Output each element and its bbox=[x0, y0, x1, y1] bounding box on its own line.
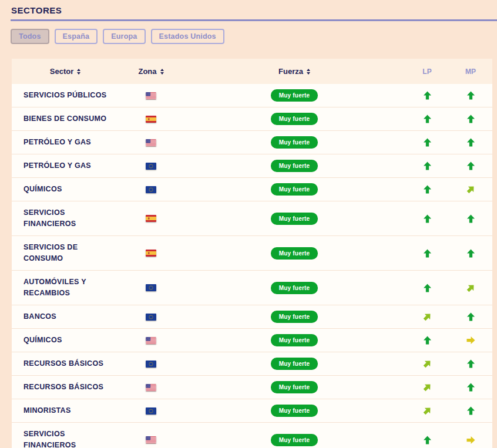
strength-badge: Muy fuerte bbox=[271, 113, 318, 125]
sector-cell: RECURSOS BÁSICOS bbox=[12, 376, 119, 399]
sectors-table: Sector Zona Fuerza LP MP SERVICIOS PÚBLI… bbox=[12, 59, 492, 448]
trend-right-arrow-icon bbox=[466, 336, 475, 345]
sector-name: RECURSOS BÁSICOS bbox=[23, 359, 103, 368]
strength-cell: Muy fuerte bbox=[183, 381, 405, 393]
filter-button-estados-unidos[interactable]: Estados Unidos bbox=[151, 29, 224, 44]
zone-cell bbox=[119, 163, 183, 170]
filter-button-europa[interactable]: Europa bbox=[103, 29, 145, 44]
table-row[interactable]: RECURSOS BÁSICOS Muy fuerte bbox=[12, 376, 492, 399]
lp-cell bbox=[405, 185, 449, 194]
eu-flag-icon bbox=[146, 284, 156, 291]
table-row[interactable]: SERVICIOS FINANCIEROS Muy fuerte bbox=[12, 423, 492, 448]
mp-cell bbox=[449, 161, 492, 170]
zone-cell bbox=[119, 436, 183, 443]
trend-up-arrow-icon bbox=[466, 91, 475, 100]
zone-cell bbox=[119, 361, 183, 368]
eu-flag-icon bbox=[146, 163, 156, 170]
zone-cell bbox=[119, 92, 183, 99]
sector-name: BIENES DE CONSUMO bbox=[23, 114, 106, 123]
column-header-zona[interactable]: Zona bbox=[119, 67, 183, 76]
spain-flag-icon bbox=[146, 250, 156, 257]
strength-cell: Muy fuerte bbox=[183, 405, 405, 417]
title-underline bbox=[11, 19, 497, 21]
sector-cell: QUÍMICOS bbox=[12, 329, 119, 352]
mp-cell bbox=[449, 383, 492, 392]
us-flag-icon bbox=[146, 337, 156, 344]
strength-badge: Muy fuerte bbox=[271, 247, 318, 260]
trend-up-arrow-icon bbox=[423, 161, 432, 170]
strength-cell: Muy fuerte bbox=[183, 311, 405, 323]
lp-cell bbox=[405, 138, 449, 147]
table-row[interactable]: QUÍMICOS Muy fuerte bbox=[12, 329, 492, 352]
trend-up-arrow-icon bbox=[466, 214, 475, 223]
eu-flag-icon bbox=[146, 361, 156, 368]
table-row[interactable]: PETRÓLEO Y GAS Muy fuerte bbox=[12, 154, 492, 178]
trend-up-arrow-icon bbox=[423, 114, 432, 123]
zone-cell bbox=[119, 384, 183, 391]
sector-name: BANCOS bbox=[23, 312, 56, 321]
mp-cell bbox=[449, 336, 492, 345]
trend-up-arrow-icon bbox=[423, 214, 432, 223]
column-header-mp: MP bbox=[449, 68, 492, 76]
table-row[interactable]: RECURSOS BÁSICOS Muy fuerte bbox=[12, 352, 492, 376]
trend-up-arrow-icon bbox=[423, 138, 432, 147]
column-header-sector[interactable]: Sector bbox=[12, 67, 119, 76]
sector-cell: SERVICIOS PÚBLICOS bbox=[12, 84, 119, 107]
strength-badge: Muy fuerte bbox=[271, 282, 318, 294]
strength-cell: Muy fuerte bbox=[183, 247, 405, 260]
strength-badge: Muy fuerte bbox=[271, 434, 318, 446]
table-row[interactable]: PETRÓLEO Y GAS Muy fuerte bbox=[12, 131, 492, 154]
trend-up-arrow-icon bbox=[466, 114, 475, 123]
trend-upright-arrow-icon bbox=[421, 358, 433, 370]
strength-cell: Muy fuerte bbox=[183, 282, 405, 294]
column-header-lp-label: LP bbox=[422, 68, 431, 76]
sector-cell: SERVICIOS DE CONSUMO bbox=[12, 236, 119, 270]
column-header-fuerza[interactable]: Fuerza bbox=[183, 67, 405, 76]
zone-cell bbox=[119, 215, 183, 222]
column-header-zona-label: Zona bbox=[138, 67, 156, 76]
us-flag-icon bbox=[146, 92, 156, 99]
us-flag-icon bbox=[146, 139, 156, 146]
sort-icon bbox=[307, 69, 310, 75]
strength-cell: Muy fuerte bbox=[183, 213, 405, 225]
table-row[interactable]: SERVICIOS PÚBLICOS Muy fuerte bbox=[12, 84, 492, 107]
strength-cell: Muy fuerte bbox=[183, 334, 405, 346]
sector-name: PETRÓLEO Y GAS bbox=[23, 161, 91, 170]
table-row[interactable]: SERVICIOS FINANCIEROS Muy fuerte bbox=[12, 201, 492, 236]
sector-cell: PETRÓLEO Y GAS bbox=[12, 154, 119, 177]
filter-button-todos[interactable]: Todos bbox=[11, 29, 49, 44]
strength-badge: Muy fuerte bbox=[271, 405, 318, 417]
table-row[interactable]: SERVICIOS DE CONSUMO Muy fuerte bbox=[12, 236, 492, 271]
filter-button-espana[interactable]: España bbox=[55, 29, 98, 44]
table-row[interactable]: BIENES DE CONSUMO Muy fuerte bbox=[12, 107, 492, 131]
sector-name: QUÍMICOS bbox=[23, 336, 62, 344]
trend-up-arrow-icon bbox=[466, 161, 475, 170]
sector-name: SERVICIOS FINANCIEROS bbox=[23, 430, 76, 448]
column-header-lp: LP bbox=[405, 68, 449, 76]
us-flag-icon bbox=[146, 436, 156, 443]
sector-cell: MINORISTAS bbox=[12, 399, 119, 422]
table-row[interactable]: AUTOMÓVILES Y RECAMBIOS Muy fuerte bbox=[12, 271, 492, 305]
sector-name: AUTOMÓVILES Y RECAMBIOS bbox=[23, 278, 86, 297]
table-row[interactable]: MINORISTAS Muy fuerte bbox=[12, 399, 492, 423]
strength-badge: Muy fuerte bbox=[271, 136, 318, 149]
strength-cell: Muy fuerte bbox=[183, 358, 405, 370]
lp-cell bbox=[405, 91, 449, 100]
sort-icon bbox=[77, 69, 80, 75]
strength-cell: Muy fuerte bbox=[183, 113, 405, 125]
trend-up-arrow-icon bbox=[466, 359, 475, 368]
eu-flag-icon bbox=[146, 186, 156, 193]
strength-badge: Muy fuerte bbox=[271, 160, 318, 172]
trend-up-arrow-icon bbox=[466, 383, 475, 392]
zone-cell bbox=[119, 284, 183, 291]
strength-badge: Muy fuerte bbox=[271, 334, 318, 346]
column-header-mp-label: MP bbox=[465, 68, 476, 76]
table-row[interactable]: QUÍMICOS Muy fuerte bbox=[12, 178, 492, 201]
sector-name: MINORISTAS bbox=[23, 406, 71, 415]
sector-name: SERVICIOS PÚBLICOS bbox=[23, 91, 106, 99]
mp-cell bbox=[449, 284, 492, 292]
table-row[interactable]: BANCOS Muy fuerte bbox=[12, 305, 492, 329]
zone-cell bbox=[119, 139, 183, 146]
strength-badge: Muy fuerte bbox=[271, 213, 318, 225]
lp-cell bbox=[405, 214, 449, 223]
